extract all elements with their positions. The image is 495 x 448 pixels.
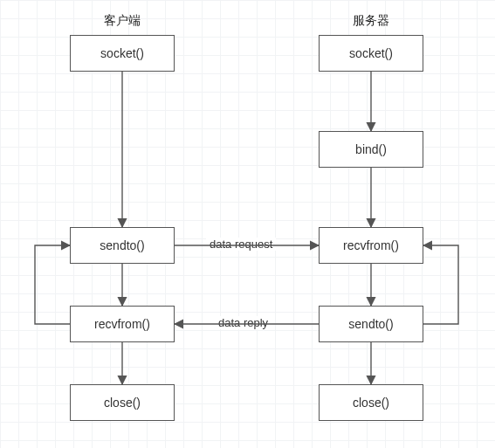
server-close-label: close() <box>353 396 389 410</box>
edge-label-reply: data reply <box>215 316 272 329</box>
client-sendto-node: sendto() <box>70 227 175 264</box>
client-recvfrom-label: recvfrom() <box>94 317 150 331</box>
server-recvfrom-label: recvfrom() <box>343 238 399 252</box>
client-socket-label: socket() <box>100 46 144 60</box>
server-bind-node: bind() <box>319 131 423 168</box>
server-recvfrom-node: recvfrom() <box>319 227 423 264</box>
server-header: 服务器 <box>327 13 415 29</box>
client-close-node: close() <box>70 384 175 421</box>
edge-label-request: data request <box>206 238 276 251</box>
client-close-label: close() <box>104 396 141 410</box>
client-header: 客户端 <box>79 13 166 29</box>
edge-server-loop <box>423 245 458 324</box>
server-sendto-label: sendto() <box>348 317 393 331</box>
client-recvfrom-node: recvfrom() <box>70 306 175 342</box>
client-socket-node: socket() <box>70 35 175 72</box>
server-close-node: close() <box>319 384 423 421</box>
server-sendto-node: sendto() <box>319 306 423 342</box>
server-socket-label: socket() <box>349 46 393 60</box>
edge-client-loop <box>35 245 70 324</box>
server-socket-node: socket() <box>319 35 423 72</box>
client-sendto-label: sendto() <box>100 238 144 252</box>
server-bind-label: bind() <box>355 142 387 156</box>
diagram-canvas: 客户端 服务器 socket() sendto() recvfrom() clo… <box>0 0 495 448</box>
